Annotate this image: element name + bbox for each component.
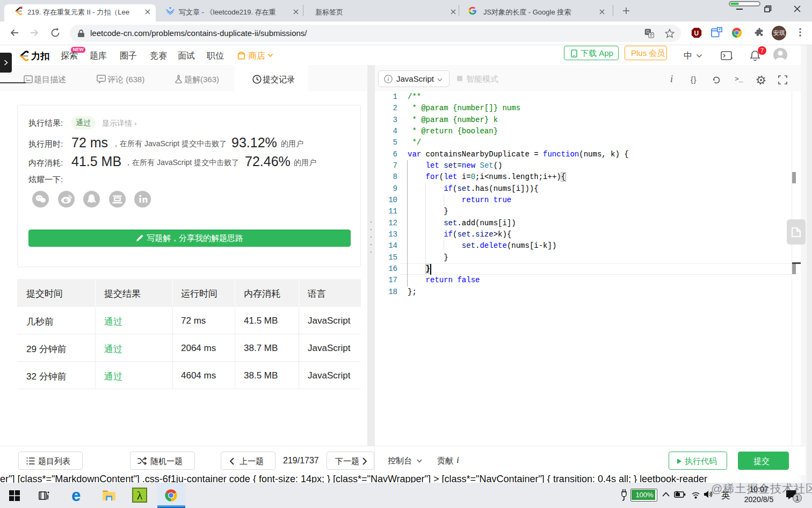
svg-text:U: U [694, 30, 699, 37]
